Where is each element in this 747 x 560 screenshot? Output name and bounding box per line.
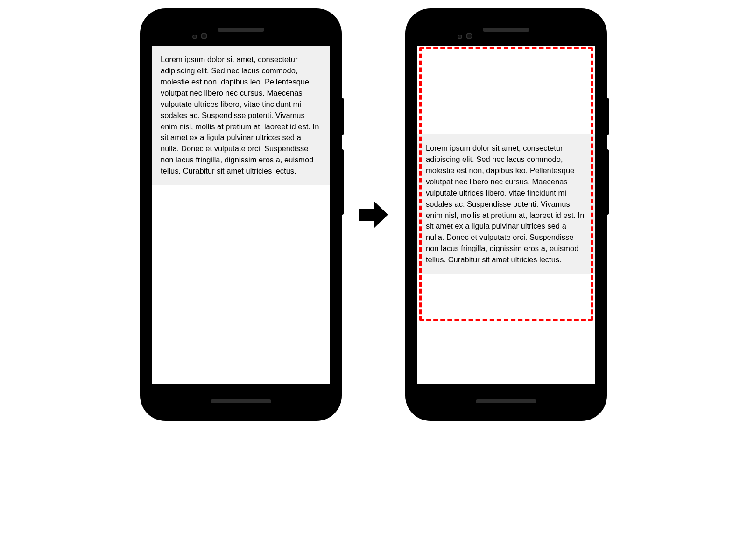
svg-marker-0 [359, 201, 388, 228]
camera-dot [201, 33, 207, 39]
sensor-dot [192, 35, 197, 39]
phone-bezel: Lorem ipsum dolor sit amet, consectetur … [411, 14, 601, 415]
transition-arrow-icon [357, 201, 390, 228]
side-button [606, 98, 609, 135]
camera-dot [466, 33, 472, 39]
side-button [606, 149, 609, 215]
phone-bezel: Lorem ipsum dolor sit amet, consectetur … [146, 14, 336, 415]
speaker-grille [483, 28, 529, 32]
text-block-before: Lorem ipsum dolor sit amet, consectetur … [152, 46, 330, 185]
diagram-stage: Lorem ipsum dolor sit amet, consectetur … [0, 9, 747, 420]
phone-after: Lorem ipsum dolor sit amet, consectetur … [406, 9, 606, 420]
sensor-dot [458, 35, 462, 39]
text-block-after: Lorem ipsum dolor sit amet, consectetur … [417, 134, 595, 274]
screen-before: Lorem ipsum dolor sit amet, consectetur … [152, 46, 330, 384]
side-button [341, 149, 344, 215]
phone-before: Lorem ipsum dolor sit amet, consectetur … [141, 9, 341, 420]
bottom-grille [211, 399, 271, 403]
screen-after: Lorem ipsum dolor sit amet, consectetur … [417, 46, 595, 384]
side-button [341, 98, 344, 135]
speaker-grille [218, 28, 264, 32]
bottom-grille [476, 399, 536, 403]
